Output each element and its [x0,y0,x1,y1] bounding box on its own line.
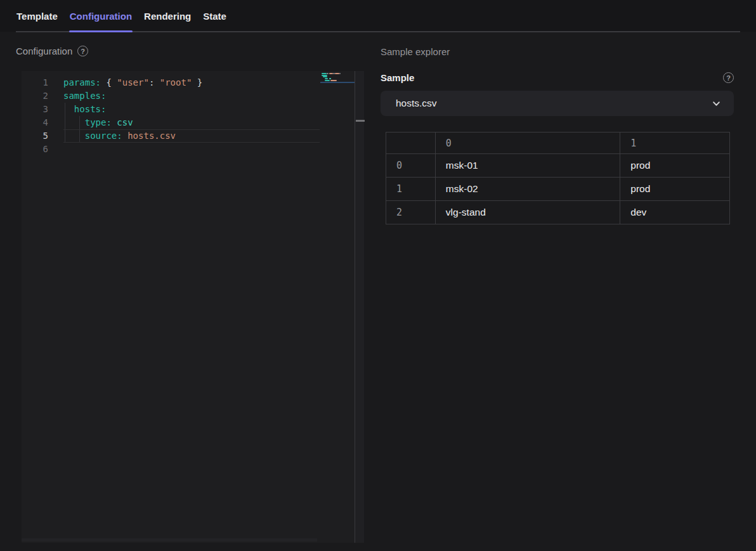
minimap-code-mark [329,78,331,79]
code-token-str: hosts.csv [127,131,176,141]
code-token-ws [63,104,74,114]
app-page: TemplateConfigurationRenderingState Conf… [0,0,756,551]
code-token-key: samples: [63,91,106,101]
sample-explorer-heading: Sample explorer [381,46,450,57]
configuration-help-icon[interactable]: ? [77,46,88,56]
code-token-str: "user" [117,77,149,88]
table-data-cell: prod [620,154,730,178]
table-data-cell: prod [620,178,730,201]
configuration-heading-label: Configuration [16,46,72,56]
table-data-cell: vlg-stand [435,201,620,224]
tab-rendering[interactable]: Rendering [143,0,192,32]
minimap-code-mark [322,73,327,74]
sample-table-header: 01 [386,133,730,154]
line-number: 4 [22,116,48,129]
sample-label-row: Sample ? [381,72,734,83]
editor-gutter: 123456 [22,76,48,156]
minimap-code-mark [327,73,329,74]
table-row: 2vlg-standdev [386,201,730,224]
sample-label: Sample [381,72,414,83]
minimap-code-mark [325,80,330,81]
code-line: samples: [63,89,320,103]
table-row: 0msk-01prod [386,154,730,178]
code-token-key: hosts: [74,104,107,114]
tab-configuration[interactable]: Configuration [69,0,133,32]
line-number: 5 [22,129,48,143]
overview-ruler-cursor-marker [356,120,365,122]
code-token-punct: } [192,77,202,88]
table-header-cell [386,133,436,154]
configuration-code-editor[interactable]: 123456 params: { "user": "root" }samples… [22,71,364,543]
minimap-current-line [320,82,355,83]
editor-code-area[interactable]: params: { "user": "root" }samples: hosts… [63,76,320,156]
line-number: 2 [22,89,48,103]
sample-select-dropdown[interactable]: hosts.csv [381,91,734,116]
code-line: source: hosts.csv [63,129,320,143]
table-data-cell: msk-01 [435,154,620,178]
code-token-ws [122,131,127,141]
code-token-punct: { [101,77,117,88]
minimap-code-mark [335,73,339,74]
sample-help-icon[interactable]: ? [723,72,734,83]
tab-state[interactable]: State [202,0,227,32]
minimap-code-mark [325,78,329,79]
line-number: 1 [22,76,48,89]
code-token-ws [63,131,85,141]
table-data-cell: msk-02 [435,178,620,201]
code-line: type: csv [63,116,320,129]
table-row: 1msk-02prod [386,178,730,201]
table-index-cell: 1 [386,178,436,201]
editor-vertical-scrollbar[interactable] [355,71,364,543]
line-number: 6 [22,143,48,156]
table-index-cell: 0 [386,154,436,178]
minimap-code-mark [330,80,337,81]
table-index-cell: 2 [386,201,436,224]
main-content: Configuration ? 123456 params: { "user":… [0,32,756,551]
code-token-punct: : [149,77,160,88]
tab-template[interactable]: Template [16,0,58,32]
sample-data-table: 01 0msk-01prod1msk-02prod2vlg-standdev [386,132,730,224]
code-token-key: type: [85,117,112,127]
minimap-code-mark [329,73,334,74]
configuration-heading: Configuration ? [16,46,88,56]
sample-explorer-heading-label: Sample explorer [381,46,450,57]
table-header-cell: 0 [435,133,620,154]
code-token-str: "root" [160,77,192,88]
editor-horizontal-scrollbar[interactable] [22,538,317,541]
code-token-val: csv [117,117,133,127]
table-header-cell: 1 [620,133,730,154]
editor-minimap[interactable] [320,71,355,543]
code-token-key: source: [85,131,122,141]
code-line: params: { "user": "root" } [63,76,320,89]
tab-bar: TemplateConfigurationRenderingState [0,0,756,32]
table-data-cell: dev [620,201,730,224]
line-number: 3 [22,103,48,116]
code-token-key: params: [63,77,101,88]
sample-select-value: hosts.csv [396,98,437,109]
minimap-code-mark [322,75,327,76]
code-line: hosts: [63,103,320,116]
chevron-down-icon [712,99,721,108]
tabs-container: TemplateConfigurationRenderingState [16,0,227,32]
code-line [63,143,320,156]
minimap-code-mark [339,73,341,74]
minimap-code-mark [323,76,327,77]
code-token-ws [63,117,85,127]
